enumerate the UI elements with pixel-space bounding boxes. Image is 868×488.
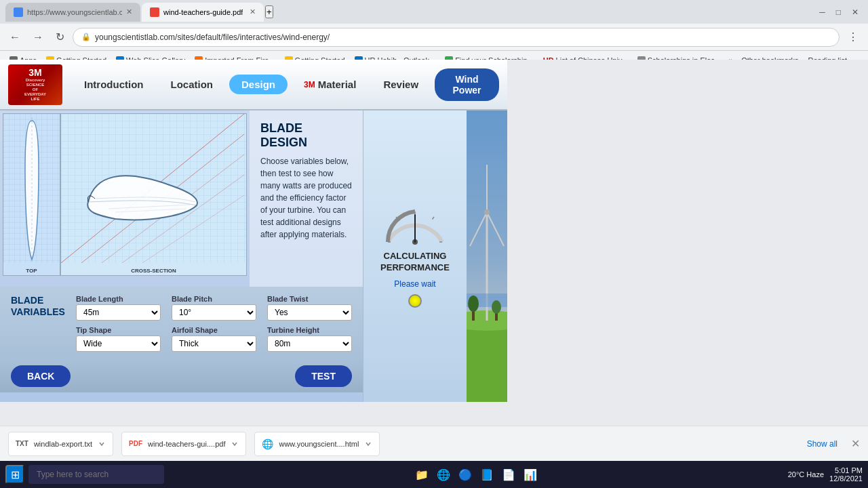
download-icon-2: PDF [129,440,142,447]
taskbar-file-explorer-icon[interactable]: 📁 [412,465,431,484]
tab-review[interactable]: Review [372,75,429,94]
cross-section-svg [61,114,246,263]
page: https://www.youngscientlab.c... ✕ wind-t… [0,0,868,488]
blade-length-select[interactable]: 30m 45m 60m [76,304,161,321]
app-body: TOP [0,110,507,402]
download-item-1[interactable]: TXT windlab-export.txt [8,432,113,456]
app-logo: 3M Discovery SCIENCE OF EVERYDAY LIFE [8,64,62,105]
download-name-2: wind-teachers-gui....pdf [148,440,225,448]
tab-material[interactable]: 3M Material [293,75,367,94]
airfoil-shape-select[interactable]: Thick Thin [172,336,256,352]
favicon-1 [14,7,23,17]
show-all-button[interactable]: Show all [807,439,837,449]
calc-line1: CALCULATING [380,251,450,262]
system-icons: 20°C Haze [788,470,824,479]
tab-label-1: https://www.youngscientlab.c... [27,8,122,16]
tab-active[interactable]: wind-teachers-guide.pdf ✕ [142,3,264,22]
scene-svg [467,110,507,402]
blade-design-title: BLADE DESIGN [260,121,352,150]
blade-twist-label: Blade Twist [267,295,352,303]
forward-nav-button[interactable]: → [28,28,47,46]
start-button[interactable]: ⊞ [5,465,24,484]
download-item-2[interactable]: PDF wind-teachers-gui....pdf [121,432,246,456]
download-name-1: windlab-export.txt [34,440,92,448]
scene-panel [467,110,507,402]
var-group-blade-pitch: Blade Pitch 5° 10° 15° [172,295,256,321]
variables-section: BLADE VARIABLES Blade Length 30m 45m 60m [0,287,363,360]
reload-button[interactable]: ↻ [52,28,68,46]
tab-location[interactable]: Location [159,75,224,94]
top-section: TOP [0,110,363,287]
svg-point-27 [468,296,479,312]
cross-section-label: CROSS-SECTION [131,268,176,274]
svg-rect-18 [467,321,507,402]
var-group-tip-shape: Tip Shape Wide Narrow Rounded [76,326,161,352]
tab-introduction[interactable]: Introduction [73,75,154,94]
blade-pitch-select[interactable]: 5° 10° 15° [172,304,256,321]
var-group-turbine-height: Turbine Height 60m 80m 100m [267,326,352,352]
add-tab-button[interactable]: + [265,5,273,18]
grid-top-view [3,114,60,263]
clock: 5:01 PM 12/8/2021 [829,466,863,483]
loading-indicator [408,294,422,308]
design-panel: TOP [0,110,363,402]
navigation-bar: ← → ↻ 🔒 youngscientistlab.com/sites/defa… [0,24,868,51]
download-item-3[interactable]: 🌐 www.youngscient....html [254,432,380,456]
wind-power-button[interactable]: Wind Power [435,68,499,101]
tab-close-2[interactable]: ✕ [250,7,256,16]
taskbar-word-icon[interactable]: 📘 [477,465,496,484]
var-group-blade-length: Blade Length 30m 45m 60m [76,295,161,321]
extensions-button[interactable]: ⋮ [844,28,863,46]
taskbar-right: 20°C Haze 5:01 PM 12/8/2021 [788,466,863,483]
search-container [28,465,164,484]
download-chevron-1 [98,440,106,448]
bottom-buttons: BACK TEST [0,360,363,392]
tab-design[interactable]: Design [229,75,288,94]
right-panel: CALCULATING PERFORMANCE Please wait [363,110,507,402]
var-group-airfoil-shape: Airfoil Shape Thick Thin [172,326,256,352]
download-bar-close[interactable]: ✕ [851,437,860,450]
taskbar-pinned-icons: 📁 🌐 🔵 📘 📄 📊 [412,465,540,484]
favicon-2 [150,7,159,17]
tab-inactive[interactable]: https://www.youngscientlab.c... ✕ [5,3,140,22]
logo-3m: 3M [28,67,41,78]
minimize-button[interactable]: ─ [815,5,829,20]
taskbar-app-icon[interactable]: 📊 [521,465,540,484]
gauge-container [381,205,449,245]
weather-icon: 20°C Haze [788,470,824,479]
calculating-title: CALCULATING PERFORMANCE [380,251,450,274]
taskbar-chrome-icon[interactable]: 🌐 [434,465,453,484]
logo-line1: Discovery [24,78,46,83]
tip-shape-select[interactable]: Wide Narrow Rounded [76,336,161,352]
clock-time: 5:01 PM [835,466,863,474]
airfoil-shape-label: Airfoil Shape [172,326,256,334]
blade-length-label: Blade Length [76,295,161,303]
download-chevron-2 [231,440,239,448]
maximize-button[interactable]: □ [832,5,845,20]
blade-twist-select[interactable]: Yes No [267,304,352,321]
test-button[interactable]: TEST [295,365,352,387]
tab-close-1[interactable]: ✕ [126,7,132,16]
app-wrapper: 3M Discovery SCIENCE OF EVERYDAY LIFE In… [0,60,507,488]
blade-cross-section-view: CROSS-SECTION [60,113,247,276]
download-bar: TXT windlab-export.txt PDF wind-teachers… [0,426,868,461]
taskbar-search-input[interactable] [28,465,164,484]
taskbar: ⊞ 📁 🌐 🔵 📘 📄 📊 20°C Haze 5:01 PM 12/8/202… [0,461,868,488]
taskbar-acrobat-icon[interactable]: 📄 [499,465,518,484]
app-nav-tabs: Introduction Location Design 3M Material… [73,68,499,101]
back-nav-button[interactable]: ← [5,28,24,46]
lock-icon: 🔒 [81,33,91,41]
taskbar-edge-icon[interactable]: 🔵 [456,465,475,484]
address-bar[interactable]: 🔒 youngscientistlab.com/sites/default/fi… [73,28,840,47]
page-bg: 3M Discovery SCIENCE OF EVERYDAY LIFE In… [0,60,868,488]
close-button[interactable]: ✕ [848,5,863,20]
var-group-blade-twist: Blade Twist Yes No [267,295,352,321]
logo-line5: LIFE [24,97,46,102]
right-bg [507,60,868,488]
svg-line-16 [433,217,435,220]
blade-top-view: TOP [3,113,60,276]
taskbar-left: ⊞ [5,465,164,484]
logo-line3: OF [24,87,46,92]
back-button[interactable]: BACK [11,365,71,387]
turbine-height-select[interactable]: 60m 80m 100m [267,336,352,352]
